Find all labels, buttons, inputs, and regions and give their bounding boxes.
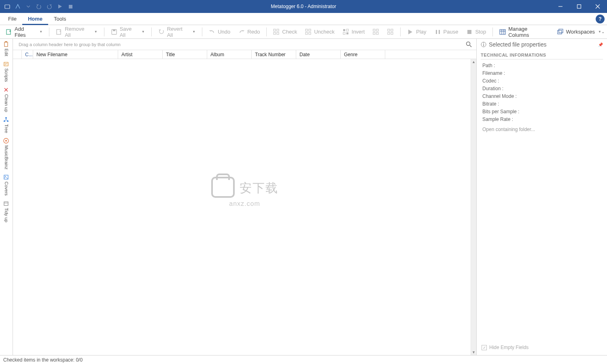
- properties-list: Path : Filename : Codec : Duration : Cha…: [481, 59, 603, 135]
- invert-label: Invert: [352, 29, 365, 35]
- status-bar: Checked items in the workspace: 0/0: [0, 355, 607, 364]
- group-by-hint: Drag a column header here to group by th…: [19, 42, 121, 47]
- close-button[interactable]: [588, 0, 607, 13]
- separator: [151, 28, 152, 36]
- minimize-button[interactable]: [551, 0, 570, 13]
- grid-button-1[interactable]: [369, 27, 382, 37]
- workspaces-button[interactable]: Workspaces ▼: [554, 27, 605, 37]
- column-header-genre[interactable]: Genre: [341, 50, 385, 59]
- app-icon[interactable]: [3, 2, 11, 11]
- svg-rect-24: [376, 32, 378, 34]
- scroll-down-icon[interactable]: ▼: [471, 349, 476, 355]
- stop-button[interactable]: Stop: [463, 27, 489, 37]
- separator: [266, 28, 267, 36]
- group-by-bar[interactable]: Drag a column header here to group by th…: [13, 39, 476, 50]
- check-button[interactable]: Check: [270, 27, 300, 37]
- save-all-label: Save All: [120, 26, 138, 38]
- qat-redo-icon[interactable]: [45, 2, 53, 11]
- check-icon: [273, 29, 280, 35]
- ribbon-expand-icon[interactable]: ⌄: [601, 30, 605, 34]
- uncheck-label: Uncheck: [314, 29, 335, 35]
- svg-rect-23: [373, 32, 375, 34]
- svg-rect-32: [500, 30, 505, 34]
- column-header-artist[interactable]: Artist: [118, 50, 163, 59]
- qat-caret-icon[interactable]: [24, 2, 32, 11]
- tab-home[interactable]: Home: [22, 13, 48, 25]
- svg-rect-41: [4, 121, 5, 122]
- add-files-button[interactable]: Add Files ▼: [2, 27, 46, 37]
- svg-rect-0: [5, 5, 10, 8]
- column-header-track-number[interactable]: Track Number: [252, 50, 296, 59]
- svg-rect-28: [391, 32, 393, 34]
- uncheck-button[interactable]: Uncheck: [302, 27, 338, 37]
- tech-info-section: TECHNICAL INFORMATIONS: [481, 51, 603, 59]
- save-all-button[interactable]: Save All ▼: [108, 27, 148, 37]
- properties-panel: Selected file properties 📌 TECHNICAL INF…: [477, 39, 607, 355]
- sidebar-item-musicbrainz[interactable]: MusicBrainz: [3, 138, 10, 169]
- search-icon[interactable]: [466, 41, 472, 48]
- svg-rect-19: [343, 32, 345, 34]
- remove-all-button[interactable]: Remove All ▼: [53, 27, 101, 37]
- scroll-up-icon[interactable]: ▲: [471, 59, 476, 65]
- hide-empty-checkbox[interactable]: ✓: [482, 345, 487, 350]
- prop-bits-per-sample: Bits per Sample :: [482, 109, 601, 114]
- ribbon-toolbar: Add Files ▼ Remove All ▼ Save All ▼ Reve…: [0, 25, 607, 39]
- svg-rect-40: [5, 117, 7, 119]
- chevron-down-icon: ▼: [39, 30, 42, 34]
- status-text: Checked items in the workspace: 0/0: [3, 357, 83, 363]
- grid-body: 安下载 anxz.com ▲ ▼: [13, 59, 476, 355]
- sidebar-item-scripts[interactable]: Scripts: [3, 61, 10, 82]
- manage-columns-button[interactable]: Manage Columns: [496, 27, 552, 37]
- invert-button[interactable]: Invert: [340, 27, 368, 37]
- pause-button[interactable]: Pause: [431, 27, 462, 37]
- sidebar-item-label: Tidy up: [4, 208, 9, 222]
- sidebar-item-tree[interactable]: Tree: [3, 117, 10, 133]
- column-header-title[interactable]: Title: [163, 50, 207, 59]
- separator: [400, 28, 401, 36]
- main-area: Edit Scripts Clean up Tree MusicBrainz C…: [0, 39, 607, 355]
- column-header-new-filename[interactable]: New Filename: [33, 50, 118, 59]
- grid-icon: [387, 29, 394, 35]
- column-header-c[interactable]: C...: [22, 50, 33, 59]
- title-bar: Metatogger 6.0 - Administrator: [0, 0, 607, 13]
- qat-undo-icon[interactable]: [35, 2, 43, 11]
- sidebar-item-covers[interactable]: Covers: [3, 174, 10, 196]
- tab-tools[interactable]: Tools: [48, 13, 72, 25]
- pause-label: Pause: [444, 29, 458, 35]
- pin-icon[interactable]: 📌: [598, 42, 603, 47]
- manage-columns-label: Manage Columns: [508, 26, 549, 38]
- svg-rect-30: [439, 30, 440, 34]
- open-containing-folder-link[interactable]: Open containing folder...: [482, 127, 601, 132]
- svg-rect-20: [346, 32, 348, 34]
- sidebar-item-edit[interactable]: Edit: [3, 41, 10, 56]
- vertical-scrollbar[interactable]: ▲ ▼: [471, 59, 476, 355]
- revert-all-button[interactable]: Revert All ▼: [155, 27, 199, 37]
- lock-icon: [211, 177, 235, 198]
- column-header-date[interactable]: Date: [296, 50, 341, 59]
- remove-all-label: Remove All: [65, 26, 91, 38]
- svg-rect-15: [306, 32, 308, 34]
- tab-file[interactable]: File: [2, 13, 22, 25]
- chevron-down-icon: ▼: [192, 30, 195, 34]
- play-label: Play: [416, 29, 426, 35]
- svg-rect-37: [559, 29, 563, 33]
- undo-button[interactable]: Undo: [206, 27, 233, 37]
- play-button[interactable]: Play: [404, 27, 429, 37]
- properties-header: Selected file properties 📌: [481, 41, 603, 48]
- help-button[interactable]: ?: [596, 15, 605, 23]
- qat-play-icon[interactable]: [56, 2, 64, 11]
- qat-add-icon[interactable]: [14, 2, 22, 11]
- cleanup-icon: [3, 87, 10, 93]
- svg-point-53: [483, 43, 484, 44]
- add-files-icon: [6, 29, 12, 35]
- columns-icon: [499, 29, 506, 35]
- maximize-button[interactable]: [570, 0, 588, 13]
- sidebar-item-cleanup[interactable]: Clean up: [3, 87, 10, 112]
- redo-button[interactable]: Redo: [235, 27, 263, 37]
- sidebar-item-label: Tree: [4, 124, 9, 133]
- sidebar-item-tidyup[interactable]: Tidy up: [3, 201, 10, 222]
- column-header-checkbox[interactable]: [13, 50, 22, 59]
- column-header-album[interactable]: Album: [207, 50, 252, 59]
- qat-stop-icon[interactable]: [66, 2, 74, 11]
- grid-button-2[interactable]: [384, 27, 397, 37]
